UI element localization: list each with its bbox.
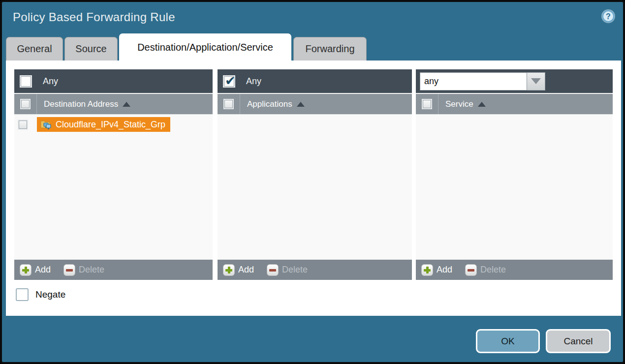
service-header-label: Service	[445, 99, 473, 109]
tab-content-panel: Any Destination Address	[6, 61, 621, 316]
negate-label: Negate	[35, 289, 65, 300]
applications-column: Any Applications Add Delete	[218, 69, 412, 280]
destination-delete-label: Delete	[79, 265, 104, 275]
destination-add-label: Add	[35, 265, 51, 275]
applications-header-row: Applications	[218, 93, 412, 114]
selected-address-group-chip[interactable]: Cloudflare_IPv4_Static_Grp	[37, 117, 170, 132]
service-delete-button[interactable]: Delete	[465, 264, 506, 276]
cancel-button[interactable]: Cancel	[546, 329, 611, 353]
destination-address-list: Cloudflare_IPv4_Static_Grp	[14, 114, 213, 259]
tab-destination-application-service[interactable]: Destination/Application/Service	[119, 33, 291, 61]
destination-any-row: Any	[14, 69, 213, 93]
tab-destination-label: Destination/Application/Service	[137, 42, 273, 53]
delete-icon	[63, 264, 75, 276]
service-selectall-checkbox[interactable]	[422, 99, 432, 109]
destination-address-row[interactable]: Cloudflare_IPv4_Static_Grp	[14, 115, 213, 134]
service-combo	[420, 72, 545, 91]
sort-asc-icon	[123, 102, 130, 107]
service-add-button[interactable]: Add	[421, 264, 452, 276]
sort-asc-icon	[297, 102, 305, 107]
negate-row: Negate	[16, 288, 65, 301]
policy-based-forwarding-dialog: Policy Based Forwarding Rule ? General S…	[0, 0, 625, 364]
ok-button[interactable]: OK	[476, 329, 540, 353]
tab-forwarding-label: Forwarding	[305, 43, 354, 55]
service-dropdown-button[interactable]	[527, 72, 545, 91]
service-delete-label: Delete	[480, 265, 506, 275]
destination-address-column: Any Destination Address	[14, 69, 213, 280]
destination-any-label: Any	[43, 76, 58, 87]
sort-asc-icon	[478, 102, 486, 107]
add-icon	[223, 264, 235, 276]
service-list	[416, 114, 613, 259]
service-add-label: Add	[437, 265, 452, 275]
service-header-row: Service	[416, 93, 613, 114]
tab-source[interactable]: Source	[64, 37, 118, 61]
destination-address-sort-header[interactable]: Destination Address	[44, 99, 130, 109]
chevron-down-icon	[531, 78, 541, 84]
tab-forwarding[interactable]: Forwarding	[293, 37, 367, 61]
destination-delete-button[interactable]: Delete	[63, 264, 104, 276]
destination-address-header-label: Destination Address	[44, 99, 118, 109]
destination-add-button[interactable]: Add	[20, 264, 51, 276]
address-group-icon	[40, 119, 52, 130]
applications-selectall-checkbox[interactable]	[223, 99, 234, 109]
dialog-title: Policy Based Forwarding Rule	[13, 10, 175, 24]
destination-any-checkbox[interactable]	[20, 75, 32, 88]
applications-add-label: Add	[238, 265, 254, 275]
service-column: Service Add Delete	[416, 69, 613, 280]
destination-address-header-row: Destination Address	[14, 93, 213, 114]
applications-any-checkbox[interactable]	[223, 75, 235, 88]
tab-general-label: General	[17, 43, 52, 55]
applications-header-label: Applications	[247, 99, 292, 109]
applications-any-label: Any	[246, 76, 261, 87]
applications-any-row: Any	[218, 69, 412, 93]
service-dropdown-input[interactable]	[420, 72, 527, 91]
negate-checkbox[interactable]	[16, 288, 29, 301]
add-icon	[421, 264, 433, 276]
delete-icon	[267, 264, 279, 276]
applications-add-button[interactable]: Add	[223, 264, 254, 276]
destination-selectall-cell	[14, 94, 37, 114]
service-any-row	[416, 69, 613, 93]
address-group-name: Cloudflare_IPv4_Static_Grp	[56, 120, 165, 130]
service-actions-bar: Add Delete	[416, 259, 613, 280]
service-selectall-cell	[416, 94, 438, 114]
tab-source-label: Source	[75, 43, 106, 55]
applications-selectall-cell	[218, 94, 240, 114]
delete-icon	[465, 264, 477, 276]
applications-delete-label: Delete	[282, 265, 308, 275]
destination-selectall-checkbox[interactable]	[20, 99, 31, 109]
help-icon[interactable]: ?	[600, 8, 616, 24]
svg-text:?: ?	[606, 12, 611, 21]
destination-item-checkbox[interactable]	[18, 120, 28, 130]
applications-sort-header[interactable]: Applications	[247, 99, 305, 109]
tab-general[interactable]: General	[6, 37, 63, 61]
add-icon	[20, 264, 31, 276]
applications-delete-button[interactable]: Delete	[267, 264, 308, 276]
applications-list	[218, 114, 412, 259]
applications-actions-bar: Add Delete	[218, 259, 412, 280]
destination-actions-bar: Add Delete	[14, 259, 213, 280]
service-sort-header[interactable]: Service	[445, 99, 486, 109]
